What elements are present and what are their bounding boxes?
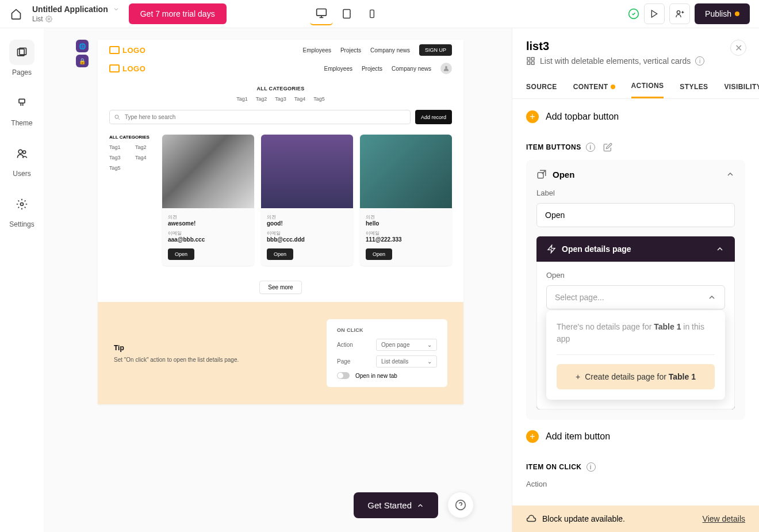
tip-action-select: Open page⌄ — [376, 339, 437, 351]
nav-users[interactable]: Users — [9, 141, 34, 178]
help-button[interactable] — [447, 492, 474, 518]
banner-message: Block update available. — [542, 514, 625, 523]
panel-subtitle-text: List with deletable elements, vertical c… — [540, 56, 691, 66]
tag[interactable]: Tag2 — [256, 96, 267, 102]
side-tag[interactable]: Tag1 — [109, 144, 129, 150]
panel-close-button[interactable]: ✕ — [730, 40, 746, 56]
nav-settings[interactable]: Settings — [9, 192, 34, 228]
item-buttons-title: ITEM BUTTONS — [526, 143, 581, 151]
card-label: 이메일 — [168, 230, 248, 236]
tablet-device-tab[interactable] — [335, 2, 358, 25]
desktop-device-tab[interactable] — [310, 2, 333, 25]
nav-link[interactable]: Employees — [324, 66, 352, 72]
open-expander-label: Open — [553, 170, 574, 179]
nav-label: Pages — [12, 68, 32, 76]
tag[interactable]: Tag3 — [275, 96, 286, 102]
gear-icon[interactable] — [45, 16, 52, 22]
card[interactable]: 의견 awesome! 이메일 aaa@bbb.ccc Open — [162, 135, 254, 266]
open-expander-head[interactable]: Open — [526, 160, 745, 189]
get-started-button[interactable]: Get Started — [354, 492, 438, 518]
check-icon[interactable] — [628, 8, 639, 20]
card[interactable]: 의견 hello 이메일 111@222.333 Open — [360, 135, 452, 266]
info-icon[interactable]: i — [586, 143, 595, 152]
chevron-down-icon[interactable] — [113, 6, 120, 13]
chevron-up-icon — [726, 170, 735, 179]
logo: LOGO — [109, 46, 145, 55]
create-details-button[interactable]: + Create details page for Table 1 — [557, 364, 715, 389]
new-tab-toggle — [337, 372, 350, 379]
tag[interactable]: Tag5 — [313, 96, 325, 102]
mobile-device-tab[interactable] — [361, 2, 384, 25]
search-input[interactable] — [109, 110, 411, 124]
info-icon[interactable]: i — [586, 462, 596, 472]
nav-link[interactable]: Company news — [392, 66, 431, 72]
info-icon[interactable]: i — [695, 56, 704, 66]
add-item-button[interactable]: + Add item button — [526, 427, 745, 446]
svg-rect-20 — [531, 62, 534, 64]
svg-point-8 — [677, 11, 680, 14]
plus-icon: + — [526, 430, 539, 443]
globe-badge[interactable]: 🌐 — [76, 40, 89, 52]
card-open-button[interactable]: Open — [366, 248, 392, 260]
side-tag[interactable]: Tag2 — [135, 144, 155, 150]
home-icon[interactable] — [9, 7, 23, 21]
card-image — [360, 135, 452, 208]
tab-styles[interactable]: STYLES — [680, 75, 708, 98]
svg-point-15 — [445, 66, 447, 68]
label-input[interactable] — [536, 203, 735, 227]
tip-page-select: List details⌄ — [376, 355, 437, 368]
app-title-area: Untitled Application List — [32, 5, 120, 23]
item-on-click-title: ITEM ON CLICK — [526, 463, 582, 471]
tag[interactable]: Tag1 — [236, 96, 248, 102]
toggle-label: Open in new tab — [355, 373, 397, 379]
nav-pages[interactable]: Pages — [9, 40, 34, 76]
side-tag[interactable]: Tag3 — [109, 155, 129, 160]
card-open-button[interactable]: Open — [168, 248, 194, 260]
tab-visibility[interactable]: VISIBILITY — [724, 75, 759, 98]
label-field-label: Label — [536, 189, 735, 197]
card-label: 이메일 — [267, 230, 347, 236]
nav-link[interactable]: Employees — [302, 47, 331, 53]
nav-link[interactable]: Projects — [340, 47, 361, 53]
tip-description: Set "On click" action to open the list d… — [114, 357, 275, 363]
tip-onclick-title: ON CLICK — [337, 327, 437, 333]
select-page-dropdown[interactable]: Select page... — [546, 285, 725, 309]
add-topbar-button[interactable]: + Add topbar button — [526, 107, 745, 127]
tag[interactable]: Tag4 — [294, 96, 306, 102]
card-label: 의견 — [267, 214, 347, 220]
add-record-button[interactable]: Add record — [415, 110, 452, 124]
play-button[interactable] — [644, 3, 665, 24]
nav-link[interactable]: Company news — [370, 47, 410, 53]
card-label: 의견 — [366, 214, 446, 220]
theme-icon — [16, 97, 28, 109]
nav-link[interactable]: Projects — [362, 66, 382, 72]
card-open-button[interactable]: Open — [267, 248, 293, 260]
avatar[interactable] — [440, 63, 452, 74]
tab-content[interactable]: CONTENT — [573, 75, 615, 98]
gear-icon — [16, 198, 28, 210]
see-more-button[interactable]: See more — [259, 281, 301, 294]
trial-button[interactable]: Get 7 more trial days — [129, 3, 227, 24]
nav-theme[interactable]: Theme — [9, 90, 34, 127]
chevron-up-icon — [416, 502, 424, 510]
side-tag[interactable]: Tag4 — [135, 155, 155, 160]
panel-title: list3 — [526, 40, 745, 53]
svg-marker-7 — [651, 10, 657, 17]
tip-card: ON CLICK Action Open page⌄ Page List det… — [327, 319, 447, 387]
signup-button[interactable]: SIGN UP — [419, 44, 452, 56]
edit-icon[interactable] — [603, 143, 612, 152]
side-tag[interactable]: Tag5 — [109, 165, 129, 171]
view-details-link[interactable]: View details — [703, 514, 745, 523]
open-details-expander-head[interactable]: Open details page — [536, 236, 735, 262]
card-value: aaa@bbb.ccc — [168, 236, 248, 243]
tab-actions[interactable]: ACTIONS — [631, 75, 664, 98]
card[interactable]: 의견 good! 이메일 bbb@ccc.ddd Open — [261, 135, 353, 266]
svg-rect-4 — [343, 10, 350, 18]
lock-badge[interactable]: 🔒 — [76, 55, 89, 67]
add-user-button[interactable] — [669, 3, 690, 24]
tab-source[interactable]: SOURCE — [526, 75, 557, 98]
nav-label: Settings — [9, 220, 34, 228]
publish-button[interactable]: Publish — [695, 3, 750, 24]
card-value: awesome! — [168, 220, 248, 227]
action-label: Action — [526, 480, 745, 488]
